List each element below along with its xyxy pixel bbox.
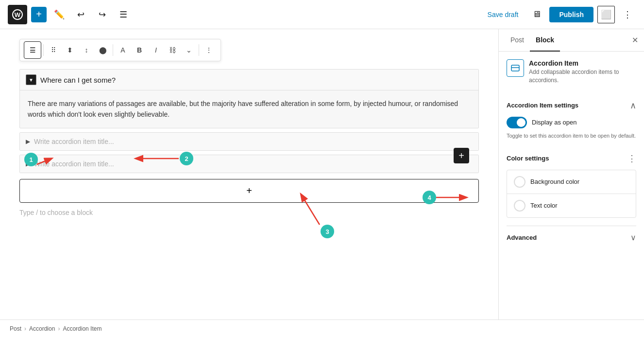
svg-rect-6 [511,65,519,71]
view-button[interactable]: 🖥 [528,6,545,23]
color-options: Background color Text color [507,170,636,218]
toolbar-separator [43,44,44,56]
annotation-4: 4 [423,191,436,204]
accordion-item-1: ▼ Where can I get some? There are many v… [19,69,479,128]
breadcrumb-accordion-item[interactable]: Accordion Item [63,325,102,332]
edit-mode-button[interactable]: ✏️ [51,6,68,23]
chevron-down-icon: ∨ [630,233,636,242]
toggle-hint: Toggle to set this accordion item to be … [507,132,636,140]
breadcrumb-sep-2: › [58,325,60,332]
accordion-settings-header: Accordion Item settings ∧ [507,94,636,111]
drag-handle[interactable]: ⠿ [46,42,61,58]
annotation-1: 1 [24,153,38,166]
main-layout: ☰ ⠿ ⬍ ↕ ⬤ A B I ⛓ ⌄ ⋮ ▼ Where can I get … [0,29,644,319]
text-color-row[interactable]: Text color [507,194,636,217]
accordion-placeholder-text-3: Write accordion item title... [34,160,114,168]
sidebar-toggle-button[interactable]: ⬜ [597,6,615,23]
advanced-section[interactable]: Advanced ∨ [507,226,636,249]
bg-color-label: Background color [530,178,579,185]
block-desc-label: Add collapsable accordion items to accor… [529,68,636,85]
text-color-button[interactable]: A [115,42,131,58]
sidebar-close-button[interactable]: ✕ [632,35,638,45]
accordion-title-1: Where can I get some? [40,76,116,84]
redo-button[interactable]: ↪ [93,6,111,23]
bold-button[interactable]: B [132,42,147,58]
color-settings-options[interactable]: ⋮ [627,153,636,164]
display-as-open-row: Display as open [507,117,636,128]
breadcrumb-sep-1: › [24,325,26,332]
block-toolbar: ☰ ⠿ ⬍ ↕ ⬤ A B I ⛓ ⌄ ⋮ [19,39,221,61]
text-color-label: Text color [530,202,558,209]
wp-logo: W [8,5,27,24]
link-button[interactable]: ⛓ [165,42,180,58]
collapsed-icon-2: ▶ [26,138,30,145]
accordion-header-1[interactable]: ▼ Where can I get some? [20,70,478,90]
move-up-down[interactable]: ⬍ [62,42,78,58]
block-icon [507,59,524,77]
toolbar-separator-2 [113,44,113,56]
accordion-placeholder-text-2: Write accordion item title... [34,138,114,145]
undo-button[interactable]: ↩ [72,6,89,23]
block-type-icon[interactable]: ☰ [24,41,41,59]
add-block-button[interactable]: + [31,7,47,22]
color-settings-header: Color settings ⋮ [507,147,636,164]
block-options-button[interactable]: ⋮ [201,42,217,58]
advanced-label: Advanced [507,234,537,241]
type-hint: Type / to choose a block [19,209,479,216]
add-block-inline-button[interactable]: + [454,148,469,163]
accordion-settings-section: Accordion Item settings ∧ Display as ope… [507,94,636,140]
options-button[interactable]: ⋮ [619,6,636,23]
annotation-2: 2 [180,152,193,165]
accordion-settings-title: Accordion Item settings [507,102,578,109]
block-name-label: Accordion Item [529,59,636,67]
text-color-swatch [514,200,525,212]
more-richtext-options[interactable]: ⌄ [181,42,197,58]
block-text-info: Accordion Item Add collapsable accordion… [529,59,636,85]
bg-color-swatch [514,176,525,188]
sidebar-tabs: Post Block ✕ [499,29,644,52]
toggle-button[interactable]: ⬤ [95,42,111,58]
add-icon: + [246,185,252,196]
display-open-toggle[interactable] [507,117,527,128]
accordion-placeholder-2[interactable]: ▶ Write accordion item title... [20,133,478,150]
accordion-placeholder-3[interactable]: ▶ Write accordion item title... [20,155,478,173]
sidebar-content-area: Accordion Item Add collapsable accordion… [499,52,644,319]
svg-text:W: W [15,11,21,18]
list-view-button[interactable]: ☰ [115,6,132,23]
move-arrows[interactable]: ↕ [79,42,94,58]
sidebar: Post Block ✕ Accordion Item Add collapsa… [498,29,644,319]
accordion-toggle-arrow[interactable]: ▼ [26,74,36,85]
accordion-settings-collapse[interactable]: ∧ [630,100,636,111]
breadcrumb-post[interactable]: Post [10,325,21,332]
tab-block[interactable]: Block [530,29,560,52]
color-settings-section: Color settings ⋮ Background color Text c… [507,147,636,218]
block-info: Accordion Item Add collapsable accordion… [507,59,636,85]
annotation-3: 3 [321,225,334,238]
breadcrumb-accordion[interactable]: Accordion [29,325,55,332]
add-block-row[interactable]: + [19,179,479,203]
toolbar-separator-3 [199,44,199,56]
toggle-knob [517,118,525,127]
italic-button[interactable]: I [148,42,164,58]
editor-area: ☰ ⠿ ⬍ ↕ ⬤ A B I ⛓ ⌄ ⋮ ▼ Where can I get … [0,29,498,319]
toggle-label: Display as open [532,119,577,126]
accordion-item-3: ▶ Write accordion item title... [19,155,479,173]
accordion-content-1: There are many variations of passages ar… [20,90,478,128]
color-settings-title: Color settings [507,155,549,162]
publish-button[interactable]: Publish [549,7,593,22]
breadcrumb: Post › Accordion › Accordion Item [0,319,644,337]
topbar: W + ✏️ ↩ ↪ ☰ Save draft 🖥 Publish ⬜ ⋮ [0,0,644,29]
bg-color-row[interactable]: Background color [507,170,636,194]
save-draft-button[interactable]: Save draft [482,7,525,22]
accordion-item-2: ▶ Write accordion item title... [19,132,479,151]
tab-post[interactable]: Post [505,29,530,52]
